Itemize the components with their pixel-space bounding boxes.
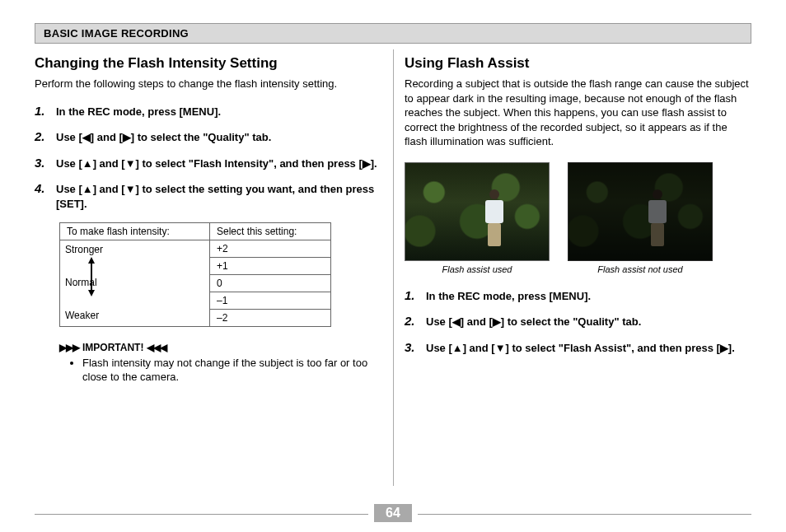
left-step-1: In the REC mode, press [MENU]. xyxy=(51,105,381,119)
left-step-3: Use [▲] and [▼] to select "Flash Intensi… xyxy=(51,156,381,171)
sample-flash-assist-used: Flash assist used xyxy=(405,162,550,274)
foliage-icon xyxy=(405,163,549,260)
left-column: Changing the Flash Intensity Setting Per… xyxy=(35,55,381,385)
section-title: BASIC IMAGE RECORDING xyxy=(44,27,189,40)
important-heading: ▶▶▶ IMPORTANT! ◀◀◀ xyxy=(59,342,381,353)
table-header-right: Select this setting: xyxy=(210,223,331,240)
caption-used: Flash assist used xyxy=(405,264,550,274)
flash-intensity-table: To make flash intensity: Select this set… xyxy=(59,222,331,327)
manual-page: BASIC IMAGE RECORDING Changing the Flash… xyxy=(0,0,786,532)
table-val-0: +2 xyxy=(210,240,331,258)
footer-line-right xyxy=(418,514,751,515)
important-left-chevrons-icon: ◀◀◀ xyxy=(147,342,166,353)
label-stronger: Stronger xyxy=(65,244,103,255)
important-note: Flash intensity may not change if the su… xyxy=(82,357,381,385)
table-left-cell: Stronger Normal Weaker xyxy=(60,240,210,327)
page-footer: 64 xyxy=(0,504,786,522)
label-weaker: Weaker xyxy=(65,310,99,321)
important-note-list: Flash intensity may not change if the su… xyxy=(71,357,381,385)
table-val-2: 0 xyxy=(210,275,331,292)
important-label: IMPORTANT! xyxy=(82,342,143,353)
foliage-icon xyxy=(568,163,712,260)
table-header-left: To make flash intensity: xyxy=(60,223,210,240)
right-intro: Recording a subject that is outside the … xyxy=(405,77,751,149)
column-divider xyxy=(393,49,394,486)
right-steps: In the REC mode, press [MENU]. Use [◀] a… xyxy=(405,289,751,356)
label-normal: Normal xyxy=(65,277,97,288)
right-heading: Using Flash Assist xyxy=(405,55,751,72)
down-arrow-icon xyxy=(88,290,95,296)
left-intro: Perform the following steps to change th… xyxy=(35,77,381,91)
caption-not-used: Flash assist not used xyxy=(568,264,713,274)
table-val-4: –2 xyxy=(210,310,331,327)
person-icon xyxy=(647,189,668,247)
right-column: Using Flash Assist Recording a subject t… xyxy=(405,55,751,385)
right-step-3: Use [▲] and [▼] to select "Flash Assist"… xyxy=(421,341,751,356)
sample-flash-assist-not-used: Flash assist not used xyxy=(568,162,713,274)
left-step-4: Use [▲] and [▼] to select the setting yo… xyxy=(51,182,381,211)
left-step-2: Use [◀] and [▶] to select the "Quality" … xyxy=(51,130,381,145)
table-row: Stronger Normal Weaker +2 xyxy=(60,240,331,258)
thumb-flash-assist-not-used xyxy=(568,162,713,261)
left-steps: In the REC mode, press [MENU]. Use [◀] a… xyxy=(35,105,381,212)
important-right-chevrons-icon: ▶▶▶ xyxy=(59,342,79,353)
thumb-flash-assist-used xyxy=(405,162,550,261)
left-heading: Changing the Flash Intensity Setting xyxy=(35,55,381,72)
sample-images-row: Flash assist used Flash assist not used xyxy=(405,162,751,274)
right-step-1: In the REC mode, press [MENU]. xyxy=(421,289,751,304)
footer-line-left xyxy=(35,514,368,515)
section-title-bar: BASIC IMAGE RECORDING xyxy=(35,23,751,44)
table-val-1: +1 xyxy=(210,258,331,275)
right-step-2: Use [◀] and [▶] to select the "Quality" … xyxy=(421,315,751,329)
table-val-3: –1 xyxy=(210,292,331,310)
page-number: 64 xyxy=(374,504,412,522)
person-icon xyxy=(484,189,505,247)
